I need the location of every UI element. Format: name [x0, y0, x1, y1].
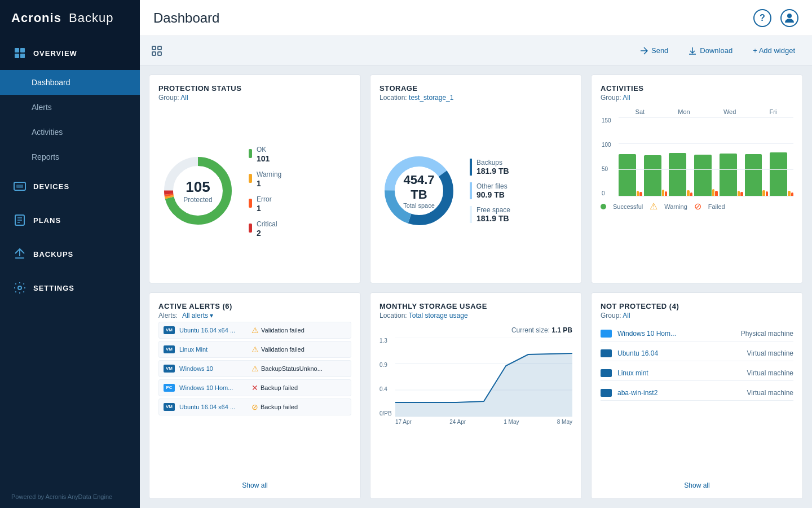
legend-failed-label: Failed: [708, 203, 725, 210]
monthly-storage-subtitle: Location: Total storage usage: [379, 312, 572, 319]
sidebar-item-overview[interactable]: OVERVIEW: [0, 36, 140, 70]
alert-device: Windows 10: [179, 365, 247, 372]
storage-location-link[interactable]: test_storage_1: [409, 94, 453, 102]
alert-device: Windows 10 Hom...: [179, 384, 247, 391]
protection-donut: 105 Protected: [158, 151, 237, 230]
sidebar-item-reports[interactable]: Reports: [0, 144, 140, 169]
np-device: aba-win-inst2: [617, 389, 742, 397]
bar-group-1: [619, 154, 642, 196]
vm-icon: VM: [164, 326, 175, 334]
alert-row[interactable]: PC Windows 10 Hom... ✕ Backup failed: [158, 379, 351, 396]
legend-warning-icon: ⚠: [650, 201, 657, 212]
topbar: Dashboard ?: [140, 0, 812, 36]
activities-card: ACTIVITIES Group: All Sat Mon Wed Fri: [591, 75, 803, 283]
status-ok: OK 101: [249, 144, 281, 163]
np-row[interactable]: Windows 10 Hom... Physical machine: [601, 326, 793, 341]
toolbar: Send Download + Add widget: [140, 36, 812, 65]
bar-group-6: [745, 154, 769, 196]
status-list: OK 101 Warning 1 Error: [249, 144, 281, 238]
sidebar-item-devices[interactable]: DEVICES: [0, 169, 140, 203]
svg-point-11: [18, 286, 21, 290]
alert-row[interactable]: VM Ubuntu 16.04 x64 ... ⊘ Backup failed: [158, 398, 351, 415]
np-row[interactable]: Ubuntu 16.04 Virtual machine: [601, 346, 793, 361]
protected-label: Protected: [183, 196, 212, 204]
monthly-storage-title: MONTHLY STORAGE USAGE: [379, 302, 572, 310]
sidebar-item-activities[interactable]: Activities: [0, 120, 140, 144]
svg-rect-3: [20, 54, 25, 58]
np-type: Physical machine: [741, 330, 793, 338]
legend-warning-label: Warning: [664, 203, 687, 210]
download-button[interactable]: Download: [683, 43, 738, 58]
svg-rect-0: [15, 48, 19, 52]
sidebar-item-alerts[interactable]: Alerts: [0, 95, 140, 120]
page-title: Dashboard: [153, 10, 753, 26]
protection-group-link[interactable]: All: [180, 94, 188, 102]
alert-row[interactable]: VM Linux Mint ⚠ Validation failed: [158, 341, 351, 358]
sidebar-footer: Powered by Acronis AnyData Engine: [0, 485, 140, 508]
not-protected-rows: Windows 10 Hom... Physical machine Ubunt…: [601, 326, 793, 478]
monthly-x-labels: 17 Apr 24 Apr 1 May 8 May: [395, 419, 572, 425]
plans-icon: [13, 213, 27, 227]
activities-group-link[interactable]: All: [623, 94, 630, 102]
alert-status: ⚠ Validation failed: [251, 326, 304, 335]
activities-title: ACTIVITIES: [601, 84, 793, 93]
show-all-not-protected-button[interactable]: Show all: [601, 477, 793, 489]
protection-status-card: PROTECTION STATUS Group: All: [149, 75, 361, 283]
physical-icon: PC: [164, 384, 175, 392]
devices-icon: [13, 179, 27, 193]
np-device: Linux mint: [617, 369, 742, 377]
devices-label: DEVICES: [33, 182, 69, 191]
add-widget-button[interactable]: + Add widget: [747, 43, 801, 58]
expand-icon[interactable]: [151, 45, 162, 56]
app-logo: Acronis Backup: [0, 0, 140, 36]
np-row[interactable]: Linux mint Virtual machine: [601, 366, 793, 381]
settings-icon: [13, 281, 27, 295]
status-warning: Warning 1: [249, 169, 281, 188]
bar-group-2: [644, 155, 668, 196]
error-dot: [249, 199, 252, 208]
plans-label: PLANS: [33, 216, 61, 225]
alert-row[interactable]: VM Ubuntu 16.04 x64 ... ⚠ Validation fai…: [158, 322, 351, 339]
not-protected-group-link[interactable]: All: [623, 312, 630, 319]
alert-status-text: Backup failed: [261, 404, 298, 410]
y-labels: 150 100 50 0: [602, 117, 611, 196]
sidebar-item-settings[interactable]: SETTINGS: [0, 271, 140, 305]
np-row[interactable]: aba-win-inst2 Virtual machine: [601, 386, 793, 401]
current-size: Current size: 1.1 PB: [379, 326, 572, 334]
overview-icon: [13, 46, 27, 60]
alert-device: Ubuntu 16.04 x64 ...: [179, 404, 247, 410]
np-device: Windows 10 Hom...: [617, 330, 735, 338]
sidebar-item-backups[interactable]: BACKUPS: [0, 237, 140, 271]
not-protected-subtitle: Group: All: [601, 312, 793, 319]
alerts-filter-dropdown[interactable]: All alerts ▾: [182, 312, 213, 319]
send-button[interactable]: Send: [634, 43, 674, 58]
donut-center: 105 Protected: [183, 178, 212, 204]
ok-dot: [249, 149, 252, 158]
protection-status-title: PROTECTION STATUS: [158, 84, 351, 93]
alert-status-text: Validation failed: [261, 327, 304, 334]
error-icon: ✕: [251, 383, 258, 392]
monthly-location-link[interactable]: Total storage usage: [409, 312, 468, 319]
help-button[interactable]: ?: [753, 9, 771, 27]
svg-rect-14: [158, 46, 161, 50]
user-button[interactable]: [780, 9, 798, 27]
alert-device: Linux Mint: [179, 346, 247, 353]
alert-status-text: Validation failed: [261, 346, 304, 353]
monthly-chart-area: 17 Apr 24 Apr 1 May 8 May: [395, 338, 572, 425]
alert-row[interactable]: VM Windows 10 ⚠ BackupStatusUnkno...: [158, 360, 351, 377]
storage-backups: Backups 181.9 TB: [470, 159, 510, 176]
show-all-alerts-button[interactable]: Show all: [158, 477, 351, 489]
sidebar-item-dashboard[interactable]: Dashboard: [0, 70, 140, 95]
svg-rect-2: [15, 54, 19, 58]
vm-icon: [601, 369, 612, 377]
sidebar: Acronis Backup OVERVIEW Dashboard Alerts…: [0, 0, 140, 508]
sidebar-item-plans[interactable]: PLANS: [0, 203, 140, 237]
alert-rows: VM Ubuntu 16.04 x64 ... ⚠ Validation fai…: [158, 322, 351, 478]
chart-legend: Successful ⚠ Warning ⊘ Failed: [601, 201, 793, 212]
bar-group-5: [720, 154, 743, 196]
error-text: Error 1: [257, 194, 272, 213]
storage-title: STORAGE: [379, 84, 572, 93]
logo-backup: Backup: [69, 11, 113, 25]
monthly-y-labels: 1.3 0.9 0.4 0/PB: [379, 338, 392, 417]
bar-chart: [619, 117, 793, 196]
